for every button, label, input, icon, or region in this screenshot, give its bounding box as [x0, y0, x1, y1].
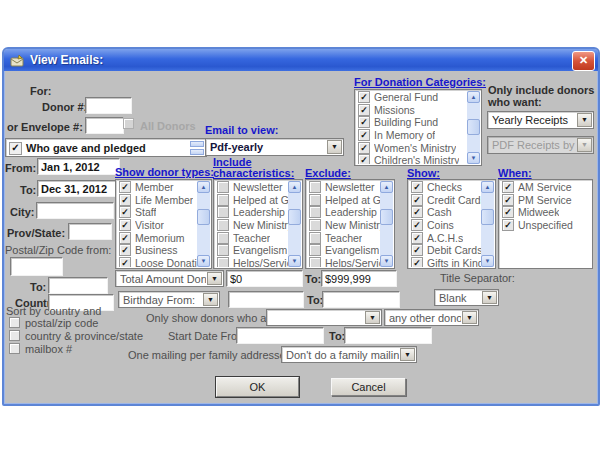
- item-checkbox[interactable]: [217, 232, 229, 244]
- prov-state-input[interactable]: [68, 223, 112, 240]
- scrollbar[interactable]: ▲▼: [288, 181, 301, 267]
- list-item[interactable]: Helps/Service: [307, 257, 380, 267]
- title-separator-dropdown[interactable]: Blank ▼: [434, 289, 499, 306]
- item-checkbox[interactable]: ✓: [358, 91, 370, 103]
- list-item[interactable]: ✓Memorium: [117, 231, 197, 244]
- item-checkbox[interactable]: ✓: [358, 104, 370, 116]
- list-item[interactable]: New Ministry D: [307, 219, 380, 232]
- item-checkbox[interactable]: [309, 244, 321, 256]
- item-checkbox[interactable]: ✓: [411, 232, 423, 244]
- birthday-from-dropdown[interactable]: Birthday From: ▼: [118, 291, 220, 308]
- chevron-down-icon[interactable]: ▼: [203, 293, 218, 306]
- amount-to-input[interactable]: [321, 270, 397, 287]
- list-item[interactable]: ✓Unspecified: [500, 219, 591, 232]
- item-checkbox[interactable]: ✓: [502, 194, 514, 206]
- to-date-input[interactable]: [37, 180, 124, 197]
- list-item[interactable]: Evangelism: [307, 244, 380, 257]
- cancel-button[interactable]: Cancel: [331, 378, 406, 396]
- chevron-down-icon[interactable]: ▼: [365, 311, 380, 324]
- list-item[interactable]: ✓Cash: [409, 206, 481, 219]
- list-item[interactable]: ✓Checks: [409, 181, 481, 194]
- list-item[interactable]: Teacher: [215, 231, 288, 244]
- scroll-up-icon[interactable]: ▲: [481, 181, 494, 193]
- amount-from-input[interactable]: [226, 270, 303, 287]
- item-checkbox[interactable]: [217, 206, 229, 218]
- list-item[interactable]: ✓Life Member: [117, 194, 197, 207]
- all-donors-checkbox[interactable]: [123, 118, 134, 129]
- close-icon[interactable]: ✕: [572, 51, 595, 71]
- scroll-down-icon[interactable]: ▼: [197, 255, 210, 267]
- list-item[interactable]: ✓Business: [117, 244, 197, 257]
- list-item[interactable]: ✓General Fund: [356, 91, 467, 104]
- titlebar[interactable]: View Emails: ✕: [4, 49, 598, 71]
- scroll-down-icon[interactable]: ▼: [380, 255, 393, 267]
- item-checkbox[interactable]: ✓: [502, 219, 514, 231]
- total-amount-dropdown[interactable]: Total Amount Donated: ▼: [115, 270, 224, 287]
- item-checkbox[interactable]: ✓: [502, 181, 514, 193]
- scrollbar[interactable]: ▲▼: [467, 91, 480, 164]
- sort-postal-checkbox[interactable]: [9, 317, 20, 328]
- list-item[interactable]: ✓Missions: [356, 104, 467, 117]
- item-checkbox[interactable]: [217, 181, 229, 193]
- item-checkbox[interactable]: ✓: [411, 244, 423, 256]
- scrollbar[interactable]: ▲▼: [481, 181, 494, 267]
- start-date-from-input[interactable]: [236, 327, 324, 344]
- chevron-down-icon[interactable]: ▼: [400, 348, 415, 361]
- list-item[interactable]: Newsletter: [307, 181, 380, 194]
- list-item[interactable]: New Ministry D: [215, 219, 288, 232]
- item-checkbox[interactable]: [217, 244, 229, 256]
- start-date-to-input[interactable]: [344, 327, 432, 344]
- list-item[interactable]: ✓Women's Ministry: [356, 141, 467, 154]
- scroll-down-icon[interactable]: ▼: [467, 152, 480, 164]
- spinner-up-icon[interactable]: [190, 141, 204, 147]
- scrollbar-thumb[interactable]: [467, 119, 480, 135]
- list-item[interactable]: ✓Credit Cards: [409, 194, 481, 207]
- item-checkbox[interactable]: ✓: [502, 206, 514, 218]
- chevron-down-icon[interactable]: ▼: [577, 113, 592, 127]
- scroll-down-icon[interactable]: ▼: [481, 255, 494, 267]
- scrollbar-thumb[interactable]: [288, 209, 301, 225]
- list-item[interactable]: ✓Gifts in Kind: [409, 257, 481, 267]
- scrollbar[interactable]: ▲▼: [197, 181, 210, 267]
- scroll-down-icon[interactable]: ▼: [288, 255, 301, 267]
- list-item[interactable]: Newsletter: [215, 181, 288, 194]
- list-item[interactable]: ✓Children's Ministry: [356, 154, 467, 164]
- scrollbar-thumb[interactable]: [481, 209, 494, 225]
- sort-mailbox-checkbox[interactable]: [9, 343, 20, 354]
- include-characteristics-list[interactable]: NewsletterHelped at GalaLeadershipNew Mi…: [213, 179, 303, 269]
- receipts-dropdown[interactable]: Yearly Receipts ▼: [487, 111, 594, 129]
- scrollbar[interactable]: ▲▼: [380, 181, 393, 267]
- donors-filter-dropdown[interactable]: ▼: [266, 309, 382, 326]
- item-checkbox[interactable]: ✓: [119, 257, 131, 267]
- list-item[interactable]: ✓Member: [117, 181, 197, 194]
- list-item[interactable]: ✓Loose Donation: [117, 257, 197, 267]
- scrollbar-thumb[interactable]: [197, 209, 210, 225]
- list-item[interactable]: Helped at Gala: [215, 194, 288, 207]
- envelope-input[interactable]: [85, 117, 124, 134]
- list-item[interactable]: ✓Debit Cards: [409, 244, 481, 257]
- item-checkbox[interactable]: ✓: [119, 219, 131, 231]
- item-checkbox[interactable]: ✓: [358, 154, 370, 164]
- item-checkbox[interactable]: ✓: [411, 194, 423, 206]
- who-gave-spinner[interactable]: [190, 141, 204, 155]
- donor-number-input[interactable]: [85, 97, 132, 114]
- item-checkbox[interactable]: [309, 206, 321, 218]
- item-checkbox[interactable]: [217, 257, 229, 267]
- scroll-up-icon[interactable]: ▲: [380, 181, 393, 193]
- item-checkbox[interactable]: ✓: [411, 219, 423, 231]
- item-checkbox[interactable]: ✓: [358, 116, 370, 128]
- list-item[interactable]: Leadership: [307, 206, 380, 219]
- other-donor-dropdown[interactable]: any other donor ▼: [384, 309, 479, 326]
- who-gave-combo[interactable]: ✓ Who gave and pledged: [5, 138, 207, 157]
- list-item[interactable]: ✓Staff: [117, 206, 197, 219]
- item-checkbox[interactable]: ✓: [119, 181, 131, 193]
- chevron-down-icon[interactable]: ▼: [577, 138, 592, 152]
- list-item[interactable]: ✓In Memory of: [356, 129, 467, 142]
- spinner-down-icon[interactable]: [190, 149, 204, 155]
- city-input[interactable]: [36, 202, 114, 219]
- item-checkbox[interactable]: [309, 219, 321, 231]
- item-checkbox[interactable]: [217, 194, 229, 206]
- donation-categories-list[interactable]: ✓General Fund✓Missions✓Building Fund✓In …: [354, 89, 482, 166]
- chevron-down-icon[interactable]: ▼: [482, 291, 497, 304]
- chevron-down-icon[interactable]: ▼: [207, 272, 222, 285]
